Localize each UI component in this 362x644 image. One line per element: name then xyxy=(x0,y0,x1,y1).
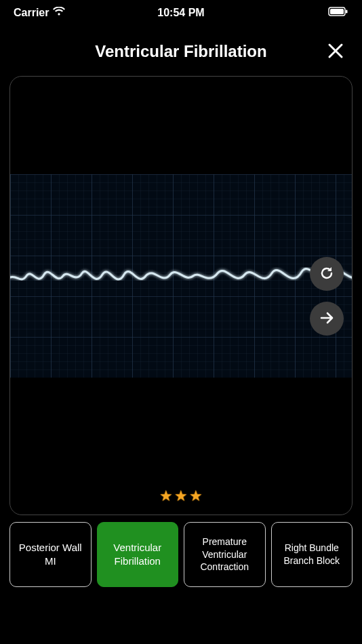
answer-row: Posterior Wall MI Ventricular Fibrillati… xyxy=(0,522,362,597)
answer-label: Right Bundle Branch Block xyxy=(276,542,348,567)
star-icon: ★ xyxy=(174,487,188,505)
status-bar: Carrier 10:54 PM xyxy=(0,0,362,23)
reload-button[interactable] xyxy=(310,257,344,291)
answer-option-2[interactable]: Premature Ventricular Contraction xyxy=(184,522,266,587)
answer-label: Premature Ventricular Contraction xyxy=(188,536,261,574)
rating-stars: ★ ★ ★ xyxy=(159,487,203,505)
answer-label: Ventricular Fibrillation xyxy=(102,541,174,569)
reload-icon xyxy=(319,265,335,283)
status-left: Carrier xyxy=(14,7,65,19)
clock: 10:54 PM xyxy=(157,7,204,19)
carrier-label: Carrier xyxy=(14,7,49,19)
battery-icon xyxy=(328,7,348,19)
wifi-icon xyxy=(53,7,65,19)
svg-rect-2 xyxy=(346,10,348,14)
close-button[interactable] xyxy=(324,39,347,64)
next-button[interactable] xyxy=(310,302,344,336)
star-icon: ★ xyxy=(159,487,173,505)
ecg-card: ★ ★ ★ xyxy=(9,76,353,515)
header: Ventricular Fibrillation xyxy=(0,23,362,73)
answer-option-0[interactable]: Posterior Wall MI xyxy=(9,522,92,587)
arrow-right-icon xyxy=(318,309,336,329)
ecg-waveform xyxy=(10,174,353,378)
answer-label: Posterior Wall MI xyxy=(14,541,87,569)
close-icon xyxy=(327,52,344,62)
answer-option-1[interactable]: Ventricular Fibrillation xyxy=(97,522,179,587)
svg-rect-1 xyxy=(330,9,344,14)
status-right xyxy=(328,7,348,19)
page-title: Ventricular Fibrillation xyxy=(95,42,266,61)
star-icon: ★ xyxy=(189,487,203,505)
ecg-monitor xyxy=(10,174,352,378)
answer-option-3[interactable]: Right Bundle Branch Block xyxy=(271,522,353,587)
